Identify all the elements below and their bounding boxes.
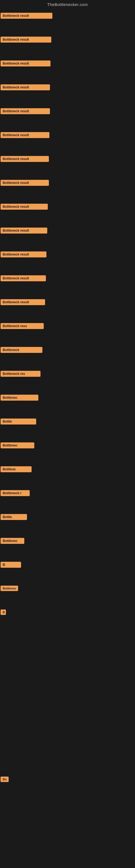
bottleneck-badge[interactable]: Bottleneck result — [1, 156, 49, 162]
bottleneck-badge[interactable]: B — [1, 562, 21, 568]
bottleneck-item[interactable] — [0, 654, 135, 678]
bottleneck-item[interactable]: Bottleneck result — [0, 34, 135, 58]
bottleneck-item[interactable]: Bottlenec — [0, 583, 135, 607]
bottleneck-badge[interactable]: Bottleneck result — [1, 13, 52, 19]
bottleneck-badge[interactable]: Bo — [1, 777, 9, 782]
bottleneck-badge[interactable]: Bottleneck result — [1, 227, 47, 234]
bottleneck-item[interactable]: Bottleneck result — [0, 153, 135, 177]
bottleneck-item[interactable]: Bottleneck result — [0, 82, 135, 105]
items-list: Bottleneck resultBottleneck resultBottle… — [0, 10, 135, 868]
bottleneck-badge[interactable]: Bottle — [1, 514, 27, 520]
bottleneck-item[interactable]: Bottlene — [0, 464, 135, 488]
bottleneck-badge[interactable]: Bottleneck — [1, 347, 42, 353]
bottleneck-item[interactable] — [0, 750, 135, 774]
bottleneck-item[interactable]: Bottleneck result — [0, 273, 135, 297]
bottleneck-item[interactable]: Bottleneck result — [0, 177, 135, 201]
bottleneck-item[interactable] — [0, 798, 135, 822]
bottleneck-badge[interactable]: Bottleneck result — [1, 275, 46, 281]
bottleneck-badge[interactable]: Bottlenec — [1, 395, 38, 401]
bottleneck-badge[interactable]: Bottleneck result — [1, 61, 50, 66]
bottleneck-item[interactable]: Bottleneck result — [0, 10, 135, 34]
bottleneck-badge[interactable]: Bottleneck result — [1, 37, 51, 42]
bottleneck-item[interactable] — [0, 726, 135, 750]
bottleneck-item[interactable]: Bottleneck result — [0, 58, 135, 82]
bottleneck-badge[interactable]: Bottlenec — [1, 538, 24, 544]
bottleneck-badge[interactable]: B — [1, 610, 6, 615]
site-header: TheBottlenecker.com — [0, 0, 135, 10]
bottleneck-item[interactable]: Bottleneck r — [0, 488, 135, 511]
bottleneck-item[interactable]: Bottleneck result — [0, 201, 135, 225]
bottleneck-item[interactable]: Bottleneck resu — [0, 320, 135, 344]
bottleneck-badge[interactable]: Bottleneck result — [1, 180, 49, 186]
bottleneck-badge[interactable]: Bottlenec — [1, 586, 18, 591]
bottleneck-badge[interactable]: Bottleneck r — [1, 490, 30, 496]
bottleneck-badge[interactable]: Bottle — [1, 418, 36, 425]
bottleneck-badge[interactable]: Bottleneck result — [1, 251, 46, 257]
bottleneck-item[interactable]: Bottle — [0, 511, 135, 535]
bottleneck-item[interactable]: Bottleneck result — [0, 129, 135, 153]
bottleneck-item[interactable]: Bottleneck — [0, 344, 135, 368]
bottleneck-item[interactable]: Bottlenec — [0, 440, 135, 464]
bottleneck-item[interactable] — [0, 822, 135, 845]
bottleneck-badge[interactable]: Bottleneck result — [1, 84, 50, 90]
bottleneck-item[interactable]: Bottleneck result — [0, 105, 135, 129]
bottleneck-badge[interactable]: Bottleneck result — [1, 132, 49, 138]
bottleneck-badge[interactable]: Bottlene — [1, 466, 32, 472]
bottleneck-item[interactable]: Bottle — [0, 416, 135, 440]
bottleneck-item[interactable]: Bottlenec — [0, 535, 135, 559]
site-title: TheBottlenecker.com — [47, 2, 88, 7]
bottleneck-badge[interactable]: Bottlenec — [1, 442, 34, 448]
bottleneck-item[interactable] — [0, 845, 135, 868]
bottleneck-item[interactable]: Bottleneck res — [0, 368, 135, 392]
bottleneck-item[interactable]: Bottleneck result — [0, 225, 135, 249]
bottleneck-item[interactable]: Bottleneck result — [0, 297, 135, 320]
bottleneck-item[interactable]: B — [0, 559, 135, 583]
bottleneck-item[interactable]: B — [0, 607, 135, 631]
bottleneck-item[interactable]: Bo — [0, 774, 135, 798]
bottleneck-item[interactable] — [0, 631, 135, 654]
bottleneck-badge[interactable]: Bottleneck resu — [1, 323, 44, 329]
bottleneck-item[interactable] — [0, 678, 135, 702]
bottleneck-badge[interactable]: Bottleneck result — [1, 204, 48, 210]
bottleneck-item[interactable]: Bottlenec — [0, 392, 135, 416]
bottleneck-item[interactable] — [0, 702, 135, 726]
bottleneck-item[interactable]: Bottleneck result — [0, 249, 135, 273]
bottleneck-badge[interactable]: Bottleneck res — [1, 371, 41, 377]
bottleneck-badge[interactable]: Bottleneck result — [1, 299, 45, 305]
bottleneck-badge[interactable]: Bottleneck result — [1, 108, 50, 114]
